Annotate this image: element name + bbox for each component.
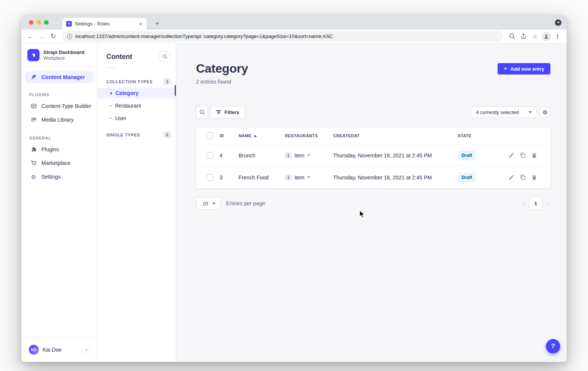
cell-restaurants[interactable]: 1 item <box>285 174 333 181</box>
edit-button[interactable] <box>509 174 514 180</box>
sidebar-item-label: Media Library <box>41 117 74 123</box>
profile-avatar-icon[interactable] <box>541 31 552 42</box>
trash-icon <box>531 174 537 180</box>
column-header-id[interactable]: ID <box>220 133 239 138</box>
shopping-cart-icon <box>30 160 37 166</box>
row-actions <box>509 174 550 180</box>
duplicate-icon <box>520 174 526 180</box>
column-header-name[interactable]: NAME <box>239 133 285 138</box>
browser-menu-icon[interactable]: ⋮ <box>552 31 563 42</box>
user-name[interactable]: Kai Doe <box>43 347 78 353</box>
subnav-scrollbar-thumb[interactable] <box>175 85 176 96</box>
cell-createdat: Thursday, November 18, 2021 at 2:45 PM <box>333 174 458 181</box>
bookmark-star-icon[interactable]: ☆ <box>530 31 540 42</box>
list-controls: Filters 4 currently selected ⚙ <box>196 106 550 118</box>
tab-search-button[interactable] <box>555 19 561 26</box>
sidebar-section-plugins: PLUGINS <box>21 83 97 99</box>
zoom-search-icon[interactable] <box>507 31 517 42</box>
search-icon <box>162 54 168 59</box>
image-icon <box>30 117 37 123</box>
new-tab-button[interactable]: + <box>152 18 163 29</box>
page-heading: Category 2 entries found <box>196 62 248 85</box>
sidebar-item-content-manager[interactable]: Content Manager <box>25 71 93 83</box>
sidebar-item-settings[interactable]: ⚙ Settings <box>21 170 97 184</box>
help-button[interactable]: ? <box>546 339 560 354</box>
duplicate-icon <box>520 152 526 158</box>
previous-page-button[interactable]: ‹ <box>521 200 526 207</box>
share-icon[interactable] <box>518 31 529 42</box>
close-window-button[interactable] <box>29 20 33 25</box>
cell-state: Draft <box>458 151 509 160</box>
subnav-search-button[interactable] <box>160 51 170 62</box>
sidebar-item-marketplace[interactable]: Marketplace <box>21 156 97 170</box>
entries-found-text: 2 entries found <box>196 79 248 85</box>
cell-restaurants[interactable]: 1 item <box>285 152 333 159</box>
feather-pen-icon <box>30 74 37 80</box>
address-bar[interactable]: i localhost:1337/admin/content-manager/c… <box>62 31 503 42</box>
workspace-subtitle: Workplace <box>43 55 84 61</box>
relation-count-badge: 1 <box>285 152 292 159</box>
site-info-icon[interactable]: i <box>67 34 72 39</box>
table-row[interactable]: 4 Brunch 1 item Thursday, November 18, 2… <box>196 144 550 166</box>
strapi-app: Strapi Dashboard Workplace Content Manag… <box>21 43 567 361</box>
subnav-item-category[interactable]: Category <box>97 88 176 98</box>
browser-tab[interactable]: Settings - Roles × <box>62 18 147 30</box>
duplicate-button[interactable] <box>520 174 526 180</box>
subnav-title: Content <box>106 53 132 61</box>
relation-label: item <box>294 174 304 181</box>
plus-icon: + <box>504 66 507 72</box>
delete-button[interactable] <box>531 174 537 180</box>
duplicate-button[interactable] <box>520 152 526 158</box>
sidebar-spacer <box>21 184 97 338</box>
table-row[interactable]: 3 French Food 1 item Thursday, November … <box>196 166 550 188</box>
subnav-item-restaurant[interactable]: Restaurant <box>97 100 176 111</box>
column-header-state[interactable]: STATE <box>458 133 509 138</box>
sidebar-item-plugins[interactable]: Plugins <box>21 143 97 156</box>
columns-select[interactable]: 4 currently selected <box>470 106 537 118</box>
user-avatar[interactable]: KD <box>29 345 39 355</box>
main-sidebar: Strapi Dashboard Workplace Content Manag… <box>21 43 97 361</box>
relation-label: item <box>294 152 304 159</box>
tab-close-icon[interactable]: × <box>138 21 143 27</box>
collapse-sidebar-button[interactable]: ‹ <box>82 345 91 355</box>
single-types-label: SINGLE TYPES <box>106 133 140 137</box>
cell-state: Draft <box>458 173 509 182</box>
column-header-label: NAME <box>239 133 251 138</box>
subnav-item-user[interactable]: User <box>97 113 176 124</box>
select-all-checkbox[interactable] <box>206 132 213 139</box>
table-search-button[interactable] <box>196 106 208 118</box>
sidebar-item-content-type-builder[interactable]: Content-Type Builder <box>21 99 97 113</box>
chevron-down-icon <box>557 22 560 24</box>
puzzle-icon <box>30 146 37 152</box>
workspace-header[interactable]: Strapi Dashboard Workplace <box>21 43 97 67</box>
edit-button[interactable] <box>509 152 514 158</box>
strapi-logo-icon <box>27 49 40 61</box>
minimize-window-button[interactable] <box>36 20 41 25</box>
caret-down-icon <box>212 203 215 205</box>
sidebar-item-label: Content Manager <box>41 74 85 80</box>
cell-name: Brunch <box>239 152 285 159</box>
cell-name: French Food <box>239 174 285 181</box>
table-settings-button[interactable]: ⚙ <box>540 107 550 117</box>
relation-count-badge: 1 <box>285 174 292 181</box>
add-new-entry-button[interactable]: + Add new entry <box>498 63 550 75</box>
layout-grid-icon <box>30 103 37 109</box>
column-header-restaurants[interactable]: RESTAURANTS <box>285 133 333 138</box>
page-size-select[interactable]: 10 <box>196 197 220 209</box>
delete-button[interactable] <box>531 152 537 158</box>
next-page-button[interactable]: › <box>545 200 550 207</box>
sidebar-item-label: Plugins <box>41 146 59 152</box>
forward-button[interactable]: → <box>36 31 47 42</box>
current-page-button[interactable]: 1 <box>530 198 541 209</box>
column-header-createdat[interactable]: CREATEDAT <box>333 133 458 138</box>
maximize-window-button[interactable] <box>44 20 49 25</box>
back-button[interactable]: ← <box>25 31 36 42</box>
filter-icon <box>216 110 221 114</box>
sidebar-item-media-library[interactable]: Media Library <box>21 113 97 127</box>
filters-button[interactable]: Filters <box>210 106 245 118</box>
row-checkbox[interactable] <box>206 152 213 159</box>
caret-down-icon <box>529 111 532 113</box>
row-checkbox[interactable] <box>206 174 213 181</box>
bullet-icon <box>110 92 112 94</box>
reload-button[interactable]: ↻ <box>48 31 58 42</box>
